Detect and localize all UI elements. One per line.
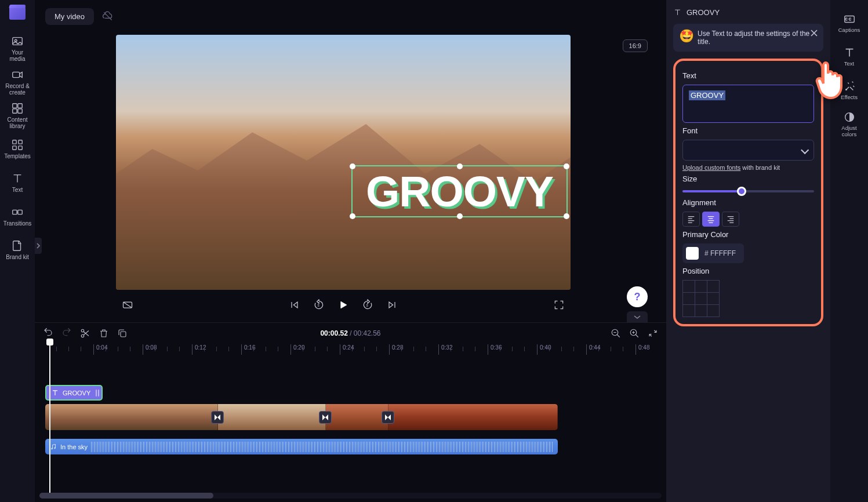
timeline-ruler[interactable]: 0:040:080:120:160:200:240:280:320:360:40… — [44, 343, 666, 356]
panel-header: GROOVY — [673, 7, 823, 18]
transition-marker[interactable] — [319, 411, 332, 424]
position-cell-mc[interactable] — [695, 293, 707, 304]
fullscreen-icon[interactable] — [553, 299, 565, 311]
text-content-input[interactable]: GROOVY — [682, 85, 814, 123]
sidebar-item-content-library[interactable]: Content library — [3, 100, 31, 131]
properties-panel: GROOVY Use Text to adjust the settings o… — [666, 0, 830, 502]
slider-thumb[interactable] — [737, 187, 746, 196]
sidebar-item-your-media[interactable]: Your media — [3, 32, 31, 64]
adjust-colors-icon — [843, 111, 856, 123]
panel-title: GROOVY — [687, 8, 720, 17]
sidebar-item-record-create[interactable]: Record & create — [3, 66, 31, 97]
text-field-label: Text — [682, 71, 814, 80]
position-cell-bl[interactable] — [683, 305, 695, 317]
preview-frame — [116, 35, 571, 290]
position-cell-tl[interactable] — [683, 281, 695, 292]
sidebar-label: Brand kit — [6, 254, 28, 260]
playback-bar: 5 5 — [116, 294, 571, 315]
upload-fonts-row: Upload custom fonts with brand kit — [682, 164, 814, 171]
aspect-ratio-selector[interactable]: 16:9 — [623, 39, 648, 52]
split-icon[interactable] — [80, 328, 90, 339]
sidebar-expand-handle[interactable] — [35, 238, 42, 254]
font-select-dropdown[interactable] — [682, 140, 814, 161]
svg-rect-5 — [13, 108, 17, 112]
tip-text: Use Text to adjust the settings of the t… — [698, 30, 816, 46]
text-icon — [843, 46, 856, 59]
skip-start-icon[interactable] — [289, 299, 300, 311]
rail-item-adjust-colors[interactable]: Adjust colors — [834, 109, 865, 139]
delete-icon[interactable] — [99, 328, 109, 339]
fit-timeline-icon[interactable] — [648, 328, 658, 339]
position-cell-ml[interactable] — [683, 293, 695, 304]
svg-rect-10 — [19, 146, 22, 150]
camera-icon — [11, 68, 24, 81]
resize-handle-bl[interactable] — [350, 213, 355, 219]
resize-handle-bm[interactable] — [457, 213, 463, 219]
video-clip-2[interactable] — [218, 404, 326, 430]
color-swatch-preview — [686, 247, 699, 260]
rail-item-effects[interactable]: Effects — [834, 75, 865, 106]
project-title[interactable]: My video — [45, 8, 94, 25]
skip-end-icon[interactable] — [386, 299, 398, 311]
close-icon[interactable] — [809, 28, 819, 38]
align-right-button[interactable] — [722, 212, 739, 227]
duplicate-icon[interactable] — [117, 328, 128, 339]
sidebar-item-text[interactable]: Text — [3, 167, 31, 198]
resize-handle-tl[interactable] — [350, 163, 355, 169]
zoom-in-icon[interactable] — [629, 328, 640, 339]
align-left-button[interactable] — [682, 212, 700, 227]
app-logo[interactable] — [9, 7, 26, 20]
forward-5s-icon[interactable]: 5 — [362, 299, 373, 311]
playhead[interactable] — [49, 342, 50, 493]
timeline-audio-clip[interactable]: In the sky — [45, 439, 558, 454]
align-center-button[interactable] — [702, 212, 720, 227]
text-overlay-selection[interactable]: GROOVY — [351, 165, 568, 217]
svg-rect-7 — [13, 140, 16, 144]
play-button[interactable] — [337, 299, 349, 311]
resize-handle-tr[interactable] — [564, 163, 569, 169]
emoji-icon — [680, 30, 693, 42]
position-cell-mr[interactable] — [707, 293, 719, 304]
transition-marker[interactable] — [211, 411, 224, 424]
resize-handle-br[interactable] — [564, 213, 569, 219]
hide-preview-icon[interactable] — [122, 299, 133, 311]
zoom-out-icon[interactable] — [611, 328, 621, 339]
primary-color-picker[interactable]: # FFFFFF — [682, 243, 744, 263]
position-cell-tr[interactable] — [707, 281, 719, 292]
timeline-text-clip[interactable]: GROOVY — [45, 385, 103, 401]
sidebar-item-transitions[interactable]: Transitions — [3, 201, 31, 232]
sidebar-item-templates[interactable]: Templates — [3, 133, 31, 165]
sidebar-label: Your media — [3, 49, 31, 62]
rail-item-text[interactable]: Text — [834, 42, 865, 72]
help-button[interactable]: ? — [627, 286, 648, 307]
redo-icon[interactable] — [61, 328, 72, 339]
svg-text:5: 5 — [318, 304, 319, 307]
timeline-video-track[interactable] — [45, 404, 558, 430]
video-clip-3[interactable] — [326, 404, 388, 430]
upload-fonts-link[interactable]: Upload custom fonts — [682, 164, 740, 171]
size-slider[interactable] — [682, 190, 814, 192]
sidebar-item-brand-kit[interactable]: Brand kit — [3, 234, 31, 265]
svg-text:5: 5 — [366, 304, 368, 307]
rewind-5s-icon[interactable]: 5 — [313, 299, 325, 311]
cloud-sync-off-icon[interactable] — [102, 10, 114, 22]
position-grid — [682, 280, 720, 317]
rail-item-captions[interactable]: Captions — [834, 8, 865, 38]
timeline-horizontal-scrollbar[interactable] — [39, 493, 662, 499]
video-clip-1[interactable] — [45, 404, 218, 430]
video-clip-4[interactable] — [388, 404, 558, 430]
position-cell-bc[interactable] — [695, 305, 707, 317]
transition-marker[interactable] — [382, 411, 394, 424]
templates-icon — [11, 139, 24, 151]
font-field-label: Font — [682, 126, 814, 135]
resize-handle-tm[interactable] — [457, 163, 463, 169]
video-preview[interactable]: GROOVY — [116, 35, 571, 290]
position-cell-tc[interactable] — [695, 281, 707, 292]
undo-icon[interactable] — [43, 328, 53, 339]
collapse-preview-button[interactable] — [627, 311, 648, 323]
text-icon — [11, 172, 24, 185]
scrollbar-thumb[interactable] — [39, 493, 213, 499]
position-cell-br[interactable] — [707, 305, 719, 317]
sidebar-label: Text — [12, 187, 23, 193]
svg-rect-8 — [19, 140, 22, 144]
